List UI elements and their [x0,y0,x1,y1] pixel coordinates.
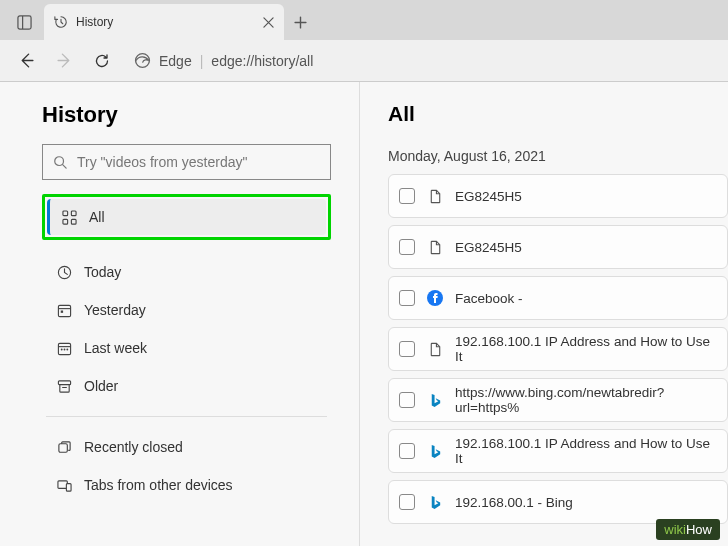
svg-rect-18 [58,380,70,384]
svg-rect-5 [63,210,68,215]
address-bar[interactable]: Edge | edge://history/all [134,52,313,69]
nav-older[interactable]: Older [42,368,331,404]
content-area: History Try "videos from yesterday" All … [0,82,728,546]
svg-rect-6 [71,210,76,215]
devices-icon [57,478,72,493]
history-entry[interactable]: 192.168.00.1 - Bing [388,480,728,524]
svg-rect-8 [71,219,76,224]
entry-title: 192.168.100.1 IP Address and How to Use … [455,436,717,466]
refresh-icon [94,53,110,69]
tab-panel-icon [17,15,32,30]
favicon-bing [427,494,443,510]
nav-label: Last week [84,340,147,356]
nav-label: Yesterday [84,302,146,318]
clock-icon [57,265,72,280]
archive-icon [57,379,72,394]
entry-title: Facebook - [455,291,523,306]
entry-checkbox[interactable] [399,290,415,306]
new-tab-button[interactable] [284,4,316,40]
nav-label: Tabs from other devices [84,477,233,493]
title-bar: History [0,0,728,40]
svg-rect-10 [58,305,70,316]
svg-rect-7 [63,219,68,224]
watermark: wikiHow [656,519,720,540]
history-sidebar: History Try "videos from yesterday" All … [0,82,360,546]
entry-checkbox[interactable] [399,188,415,204]
search-placeholder: Try "videos from yesterday" [77,154,247,170]
favicon-bing [427,443,443,459]
nav-label: Today [84,264,121,280]
history-main: All Monday, August 16, 2021 EG8245H5EG82… [360,82,728,546]
nav-label: Recently closed [84,439,183,455]
nav-all[interactable]: All [47,199,326,235]
tab-actions-button[interactable] [8,6,40,38]
back-icon [18,52,35,69]
edge-icon [134,52,151,69]
entry-title: EG8245H5 [455,189,522,204]
refresh-button[interactable] [86,45,118,77]
svg-rect-0 [17,15,30,28]
nav-label: Older [84,378,118,394]
forward-button[interactable] [48,45,80,77]
nav-yesterday[interactable]: Yesterday [42,292,331,328]
entry-checkbox[interactable] [399,341,415,357]
entry-title: https://www.bing.com/newtabredir?url=htt… [455,385,717,415]
restore-icon [57,440,72,455]
svg-point-16 [64,348,66,350]
nav-recently-closed[interactable]: Recently closed [42,429,331,465]
site-identity: Edge [159,53,192,69]
entry-title: 192.168.00.1 - Bing [455,495,573,510]
history-list: EG8245H5EG8245H5Facebook -192.168.100.1 … [388,174,728,524]
url-text: edge://history/all [211,53,313,69]
browser-tab[interactable]: History [44,4,284,40]
nav-lastweek[interactable]: Last week [42,330,331,366]
tab-title: History [76,15,113,29]
favicon-fb [427,290,443,306]
grid-icon [62,210,77,225]
tutorial-highlight: All [42,194,331,240]
svg-rect-22 [66,483,71,491]
nav-label: All [89,209,105,225]
divider [46,416,327,417]
nav-today[interactable]: Today [42,254,331,290]
favicon-file [427,188,443,204]
entry-checkbox[interactable] [399,239,415,255]
calendar-day-icon [57,303,72,318]
svg-point-17 [66,348,68,350]
entry-checkbox[interactable] [399,494,415,510]
toolbar: Edge | edge://history/all [0,40,728,82]
history-entry[interactable]: 192.168.100.1 IP Address and How to Use … [388,429,728,473]
svg-rect-20 [59,443,67,451]
history-icon [54,15,68,29]
history-entry[interactable]: EG8245H5 [388,225,728,269]
main-heading: All [388,102,728,126]
nav-other-devices[interactable]: Tabs from other devices [42,467,331,503]
history-entry[interactable]: 192.168.100.1 IP Address and How to Use … [388,327,728,371]
favicon-bing [427,392,443,408]
tab-well: History [0,4,316,40]
back-button[interactable] [10,45,42,77]
search-icon [53,155,67,169]
plus-icon [294,16,307,29]
entry-title: EG8245H5 [455,240,522,255]
forward-icon [56,52,73,69]
nav-list: Today Yesterday Last week Older Recently… [42,254,331,503]
history-entry[interactable]: EG8245H5 [388,174,728,218]
entry-checkbox[interactable] [399,443,415,459]
sidebar-title: History [42,102,331,128]
close-icon[interactable] [263,17,274,28]
history-entry[interactable]: https://www.bing.com/newtabredir?url=htt… [388,378,728,422]
date-header: Monday, August 16, 2021 [388,148,728,164]
favicon-file [427,341,443,357]
svg-line-4 [63,165,67,169]
favicon-file [427,239,443,255]
svg-point-3 [55,157,64,166]
svg-point-15 [61,348,63,350]
entry-title: 192.168.100.1 IP Address and How to Use … [455,334,717,364]
search-input[interactable]: Try "videos from yesterday" [42,144,331,180]
calendar-week-icon [57,341,72,356]
entry-checkbox[interactable] [399,392,415,408]
history-entry[interactable]: Facebook - [388,276,728,320]
separator: | [200,53,204,69]
svg-rect-12 [61,310,63,312]
